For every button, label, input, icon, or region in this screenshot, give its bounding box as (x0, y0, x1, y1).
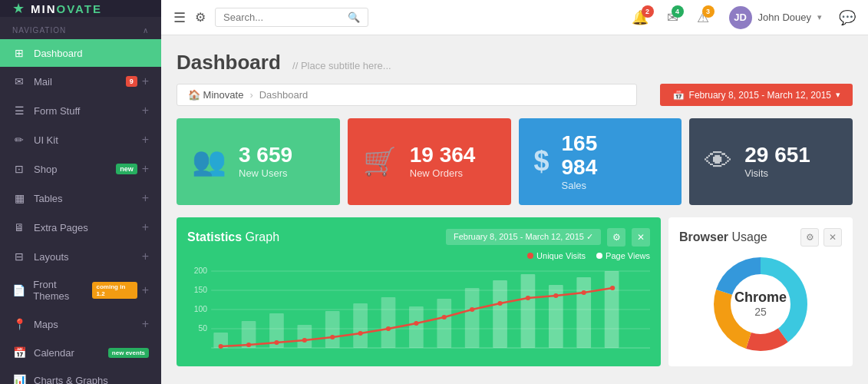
plus-icon: + (142, 317, 149, 331)
sidebar-item-label: Layouts (34, 251, 69, 263)
user-name: John Douey (758, 12, 811, 23)
svg-rect-16 (409, 306, 424, 348)
users-icon: 👥 (192, 145, 226, 177)
extra-icon: 🖥 (12, 221, 26, 233)
bell-count: 2 (642, 5, 654, 18)
chart-close-button[interactable]: ✕ (632, 228, 650, 247)
svg-text:100: 100 (194, 305, 208, 313)
mail-icon: ✉ (12, 75, 26, 88)
mail-badge: 9 (126, 76, 137, 87)
notification-alert[interactable]: ⚠ 3 (697, 9, 709, 26)
svg-text:50: 50 (198, 324, 207, 333)
nav-items: ⊞ Dashboard ✉ Mail 9 + ☰ Form Stuff + ✏ (0, 39, 161, 384)
sidebar-item-calendar[interactable]: 📅 Calendar new events (0, 339, 161, 366)
browser-title: Browser Usage (679, 230, 767, 244)
sidebar-item-extra-pages[interactable]: 🖥 Extra Pages + (0, 213, 161, 242)
sidebar-item-maps[interactable]: 📍 Maps + (0, 310, 161, 339)
notification-mail[interactable]: ✉ 4 (667, 9, 678, 26)
svg-text:200: 200 (194, 266, 208, 275)
sidebar-item-label: Mail (34, 76, 52, 88)
chart-gear-button[interactable]: ⚙ (607, 228, 625, 247)
stat-card-orders: 🛒 19 364 New Orders (348, 118, 511, 205)
sidebar-item-label: Shop (34, 164, 57, 175)
date-range-button[interactable]: 📅 February 8, 2015 - March 12, 2015 ▾ (660, 84, 853, 106)
donut-browser-name: Chrome (734, 290, 787, 306)
svg-text:150: 150 (194, 286, 208, 294)
calendar-icon: 📅 (672, 89, 685, 101)
sidebar-item-dashboard[interactable]: ⊞ Dashboard (0, 39, 161, 67)
avatar: JD (729, 6, 752, 29)
plus-icon: + (142, 191, 149, 205)
plus-icon: + (142, 250, 149, 263)
cart-icon: 🛒 (363, 145, 398, 177)
sidebar-item-tables[interactable]: ▦ Tables + (0, 184, 161, 213)
hamburger-icon[interactable]: ☰ (173, 9, 186, 26)
svg-rect-23 (605, 271, 619, 348)
breadcrumb-bar: 🏠 Minovate › Dashboard 📅 February 8, 201… (177, 84, 853, 106)
eye-icon: 👁 (705, 145, 732, 177)
browser-gear-button[interactable]: ⚙ (800, 228, 819, 247)
logo-text: MINOVATE (31, 2, 102, 15)
svg-rect-18 (465, 288, 480, 348)
search-box[interactable]: 🔍 (215, 8, 368, 27)
sidebar-item-shop[interactable]: ⊡ Shop new + (0, 154, 161, 184)
sidebar-item-mail[interactable]: ✉ Mail 9 + (0, 67, 161, 96)
sidebar-item-label: Tables (34, 193, 63, 204)
sidebar-item-label: Calendar (34, 347, 74, 359)
browser-section: Browser Usage ⚙ ✕ (668, 217, 853, 366)
chat-icon[interactable]: 💬 (839, 9, 856, 26)
chevron-down-icon: ▾ (817, 12, 822, 22)
sidebar-item-layouts[interactable]: ⊟ Layouts + (0, 242, 161, 271)
chart-date-button[interactable]: February 8, 2015 - March 12, 2015 ✓ (446, 229, 601, 245)
sidebar-item-form-stuff[interactable]: ☰ Form Stuff + (0, 96, 161, 125)
svg-rect-15 (381, 297, 396, 348)
svg-point-34 (497, 301, 502, 306)
svg-point-28 (330, 335, 335, 339)
sidebar-item-label: Extra Pages (34, 222, 88, 233)
sidebar-item-label: Charts & Graphs (34, 375, 108, 385)
calendar-badge: new events (108, 348, 149, 358)
chevron-down-icon: ▾ (836, 90, 840, 100)
logo-icon: ★ (12, 0, 25, 17)
svg-point-25 (246, 343, 251, 347)
page-title: Dashboard // Place subtitle here... (177, 51, 391, 74)
user-area[interactable]: JD John Douey ▾ (729, 6, 822, 29)
chart-title: Statistics Graph (187, 230, 279, 244)
form-icon: ☰ (12, 104, 26, 117)
sidebar-item-label: Form Stuff (34, 105, 80, 117)
breadcrumb-home[interactable]: 🏠 Minovate (188, 89, 243, 101)
breadcrumb-current: Dashboard (259, 89, 309, 101)
svg-point-27 (302, 338, 307, 343)
shop-badge: new (116, 164, 137, 174)
svg-point-32 (442, 315, 447, 319)
legend-dot-white (596, 253, 602, 259)
donut-browser-count: 25 (734, 306, 787, 318)
sidebar-item-front-themes[interactable]: 📄 Front Themes coming in 1.2 + (0, 271, 161, 310)
page-subtitle: // Place subtitle here... (292, 60, 391, 71)
svg-point-31 (414, 321, 418, 326)
stats-row: 👥 3 659 New Users 🛒 19 364 New Orders $ … (177, 118, 853, 205)
breadcrumb: 🏠 Minovate › Dashboard (177, 84, 637, 106)
themes-icon: 📄 (12, 284, 25, 296)
search-input[interactable] (223, 12, 343, 23)
sidebar-item-ui-kit[interactable]: ✏ UI Kit + (0, 125, 161, 154)
stat-card-visits: 👁 29 651 Visits (689, 118, 853, 205)
svg-point-29 (358, 331, 362, 336)
notification-bell[interactable]: 🔔 2 (632, 9, 649, 26)
stat-card-sales: $ 165984 Sales (519, 118, 682, 205)
sidebar-item-charts[interactable]: 📊 Charts & Graphs (0, 366, 161, 384)
svg-point-37 (582, 290, 586, 295)
statistics-chart: Statistics Graph February 8, 2015 - Marc… (177, 217, 661, 366)
browser-header: Browser Usage ⚙ ✕ (679, 228, 842, 247)
gear-icon[interactable]: ⚙ (195, 10, 206, 25)
svg-point-30 (386, 326, 391, 331)
alert-count: 3 (702, 5, 715, 18)
legend-dot-red (527, 253, 533, 259)
chart-controls: February 8, 2015 - March 12, 2015 ✓ ⚙ ✕ (446, 228, 650, 247)
shop-icon: ⊡ (12, 163, 26, 175)
browser-close-button[interactable]: ✕ (823, 228, 842, 247)
breadcrumb-separator: › (249, 89, 252, 101)
dashboard-icon: ⊞ (12, 47, 26, 59)
maps-icon: 📍 (12, 318, 26, 330)
svg-rect-13 (325, 311, 340, 348)
